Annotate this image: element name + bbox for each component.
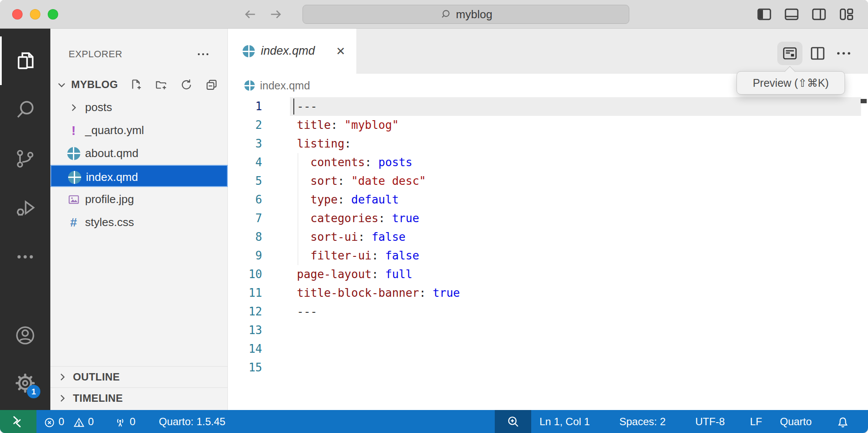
tab-index-qmd[interactable]: index.qmd ✕ [228, 29, 356, 74]
quarto-file-icon [67, 147, 80, 160]
tree-item-profile-jpg[interactable]: profile.jpg [50, 188, 228, 211]
tree-item-label: index.qmd [86, 166, 138, 189]
customize-layout-icon[interactable] [838, 6, 855, 23]
code-text: sort: "date desc" [297, 172, 426, 190]
fullscreen-window-button[interactable] [48, 9, 58, 20]
command-center-search[interactable]: myblog [302, 5, 629, 24]
code-text: sort-ui: false [297, 228, 405, 246]
code-text: listing: [297, 134, 351, 153]
ports-status[interactable]: 0 [114, 410, 135, 433]
explorer-more-actions-button[interactable] [194, 48, 213, 61]
sidebar-item-search[interactable] [0, 85, 50, 134]
section-header-outline[interactable]: OUTLINE [50, 366, 228, 387]
status-bar: 0 0 0 Quarto: 1.5.45 Ln 1, Col 1 Spaces:… [0, 410, 868, 433]
css-file-icon: # [70, 216, 77, 230]
accounts-button[interactable] [0, 311, 50, 360]
section-header-timeline[interactable]: TIMELINE [50, 387, 228, 408]
errors-icon [43, 417, 56, 429]
code-line-7: 7 categories: true [228, 209, 861, 228]
new-file-icon[interactable] [129, 78, 143, 92]
account-icon [14, 324, 36, 347]
explorer-files-icon [14, 49, 36, 72]
workspace-section-header[interactable]: MYBLOG [50, 74, 228, 96]
language-mode-status[interactable]: Quarto [780, 410, 812, 433]
toggle-primary-sidebar-icon[interactable] [756, 6, 773, 23]
collapse-folders-icon[interactable] [205, 78, 218, 92]
indentation-status[interactable]: Spaces: 2 [619, 410, 666, 433]
chevron-right-icon [56, 392, 69, 404]
notifications-button[interactable] [836, 410, 850, 433]
code-line-1: 1--- [228, 97, 861, 116]
code-line-6: 6 type: default [228, 190, 861, 209]
refresh-icon[interactable] [180, 78, 193, 92]
code-line-15: 15 [228, 358, 861, 377]
bell-icon [836, 416, 850, 430]
search-icon [440, 8, 452, 20]
ports-count: 0 [130, 416, 135, 427]
code-line-10: 10page-layout: full [228, 265, 861, 284]
code-text: title-block-banner: true [297, 284, 460, 302]
code-line-4: 4 contents: posts [228, 153, 861, 172]
sidebar-item-source-control[interactable] [0, 134, 50, 183]
tree-item-index-qmd[interactable]: index.qmd [50, 165, 228, 187]
tree-item-styles-css[interactable]: #styles.css [50, 211, 228, 234]
chevron-down-icon [56, 79, 68, 91]
sidebar-item-explorer[interactable] [0, 36, 50, 85]
tab-label: index.qmd [261, 44, 315, 58]
line-number: 7 [228, 209, 262, 228]
cursor-position-status[interactable]: Ln 1, Col 1 [539, 410, 590, 433]
toggle-secondary-sidebar-icon[interactable] [810, 6, 828, 23]
line-number: 1 [228, 97, 262, 116]
back-arrow-icon[interactable] [243, 7, 258, 22]
eol-status[interactable]: LF [750, 410, 762, 433]
vscode-window: myblog 1 [0, 0, 868, 433]
close-tab-icon[interactable]: ✕ [333, 43, 349, 59]
line-number: 3 [228, 134, 262, 153]
quarto-version-status[interactable]: Quarto: 1.5.45 [159, 410, 225, 433]
code-line-9: 9 filter-ui: false [228, 246, 861, 265]
encoding-status[interactable]: UTF-8 [695, 410, 725, 433]
editor-more-actions-icon[interactable] [835, 44, 853, 62]
line-number: 2 [228, 116, 262, 134]
line-number: 5 [228, 172, 262, 190]
overview-ruler-mark [861, 99, 867, 103]
remote-icon [11, 414, 26, 429]
title-bar: myblog [0, 0, 868, 29]
tree-item-label: _quarto.yml [85, 119, 144, 142]
warnings-icon [73, 417, 85, 429]
code-line-2: 2title: "myblog" [228, 116, 861, 134]
sidebar-item-run-debug[interactable] [0, 184, 50, 232]
new-folder-icon[interactable] [155, 78, 168, 92]
tab-strip: index.qmd ✕ [228, 29, 868, 74]
tree-item-quarto-yml[interactable]: !_quarto.yml [50, 119, 228, 142]
tree-item-posts[interactable]: posts [50, 96, 228, 119]
quarto-file-icon [68, 171, 81, 184]
zoom-indicator[interactable] [495, 410, 531, 433]
split-editor-icon[interactable] [809, 44, 827, 62]
explorer-title: EXPLORER [69, 49, 122, 60]
line-number: 15 [228, 358, 262, 377]
section-label: OUTLINE [73, 371, 120, 383]
sidebar-item-more-views[interactable] [0, 233, 50, 281]
ellipsis-icon [196, 47, 210, 62]
problems-status[interactable]: 0 0 [43, 410, 94, 433]
settings-button[interactable] [0, 359, 50, 407]
workspace-name: MYBLOG [71, 79, 118, 91]
close-window-button[interactable] [12, 9, 23, 20]
code-text: contents: posts [297, 153, 412, 172]
minimize-window-button[interactable] [30, 9, 40, 20]
code-line-12: 12--- [228, 302, 861, 321]
code-line-13: 13 [228, 321, 861, 340]
toggle-panel-icon[interactable] [783, 6, 800, 23]
code-line-14: 14 [228, 340, 861, 358]
preview-button[interactable] [777, 42, 802, 65]
settings-badge: 1 [27, 385, 40, 398]
code-editor[interactable]: 1---2title: "myblog"3listing:4 contents:… [228, 97, 868, 410]
tree-item-label: styles.css [85, 211, 134, 234]
tree-item-label: profile.jpg [85, 188, 134, 211]
remote-indicator[interactable] [0, 410, 36, 433]
code-text: --- [297, 97, 317, 116]
forward-arrow-icon[interactable] [268, 7, 283, 22]
ellipsis-icon [14, 246, 36, 268]
tree-item-about-qmd[interactable]: about.qmd [50, 142, 228, 165]
